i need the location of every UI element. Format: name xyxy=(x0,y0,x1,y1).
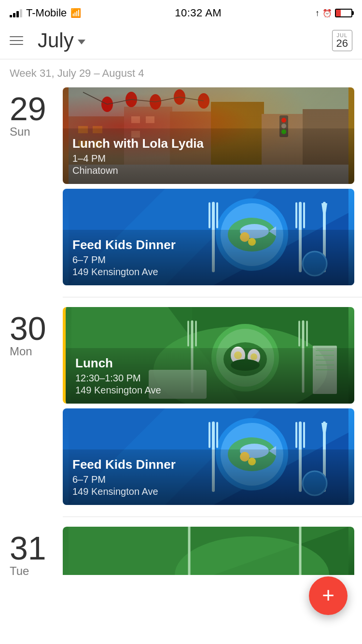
day-name-30: Mon xyxy=(10,345,32,358)
event-location-lunch-lola: Chinatown xyxy=(72,165,345,176)
day-number-col-31: 31 Tue xyxy=(0,525,63,578)
svg-rect-94 xyxy=(69,527,189,575)
event-time-feed-kids-mon: 6–7 PM xyxy=(72,474,345,485)
event-location-feed-kids-mon: 149 Kensington Ave xyxy=(72,486,345,497)
signal-bars xyxy=(10,9,22,17)
dropdown-arrow-icon xyxy=(78,40,85,44)
header-left: July xyxy=(10,29,85,52)
event-time-lunch-lola: 1–4 PM xyxy=(72,153,345,164)
status-left: T-Mobile 📶 xyxy=(10,7,81,19)
hamburger-line-2 xyxy=(10,40,23,41)
event-overlay-lunch-lola: Lunch with Lola Lydia 1–4 PM Chinatown xyxy=(63,128,354,184)
event-time-lunch-mon: 12:30–1:30 PM xyxy=(75,373,345,384)
day-name-31: Tue xyxy=(10,564,29,578)
day-number-col-30: 30 Mon xyxy=(0,305,63,505)
events-col-30: Lunch 12:30–1:30 PM 149 Kensington Ave xyxy=(63,305,362,505)
calendar-icon-day-label: 26 xyxy=(336,38,348,49)
event-card-feed-kids-mon[interactable]: Feed Kids Dinner 6–7 PM 149 Kensington A… xyxy=(63,408,354,505)
svg-point-15 xyxy=(125,92,137,107)
events-col-31 xyxy=(63,525,362,578)
status-right: ↑ ⏰ xyxy=(315,8,352,18)
time-display: 10:32 AM xyxy=(175,7,222,19)
svg-line-20 xyxy=(107,99,131,104)
svg-point-16 xyxy=(150,94,161,110)
event-card-lunch-mon[interactable]: Lunch 12:30–1:30 PM 149 Kensington Ave xyxy=(63,307,354,404)
month-selector[interactable]: July xyxy=(38,29,85,52)
day-number-29: 29 xyxy=(10,92,46,125)
week-label: Week 31, July 29 – August 4 xyxy=(0,59,362,85)
svg-marker-47 xyxy=(321,203,327,223)
month-label: July xyxy=(38,29,74,52)
svg-rect-12 xyxy=(146,116,154,123)
wifi-icon: 📶 xyxy=(70,8,81,18)
tue-partial-svg xyxy=(63,527,354,575)
day-name-29: Sun xyxy=(10,125,30,139)
app-header: July JUL 26 xyxy=(0,24,362,59)
svg-line-21 xyxy=(131,99,155,102)
carrier-label: T-Mobile xyxy=(26,7,67,19)
event-card-tue-partial[interactable] xyxy=(63,527,354,575)
location-arrow-icon: ↑ xyxy=(315,8,320,18)
hamburger-line-1 xyxy=(10,36,23,37)
svg-point-18 xyxy=(198,93,209,109)
day-section-29: 29 Sun xyxy=(0,85,362,297)
tue-background-partial xyxy=(63,527,354,575)
svg-line-22 xyxy=(155,97,180,102)
event-overlay-feed-kids-sun: Feed Kids Dinner 6–7 PM 149 Kensington A… xyxy=(63,230,354,285)
day-number-col-29: 29 Sun xyxy=(0,85,63,285)
svg-point-17 xyxy=(174,89,185,105)
event-time-feed-kids-sun: 6–7 PM xyxy=(72,254,345,266)
svg-line-19 xyxy=(83,92,107,104)
event-card-lunch-lola[interactable]: Lunch with Lola Lydia 1–4 PM Chinatown xyxy=(63,87,354,184)
svg-rect-11 xyxy=(131,116,140,123)
event-location-lunch-mon: 149 Kensington Ave xyxy=(75,385,345,396)
svg-point-26 xyxy=(281,118,286,123)
event-card-feed-kids-sun[interactable]: Feed Kids Dinner 6–7 PM 149 Kensington A… xyxy=(63,189,354,285)
menu-button[interactable] xyxy=(10,36,23,45)
battery-fill xyxy=(336,10,341,16)
event-location-feed-kids-sun: 149 Kensington Ave xyxy=(72,266,345,278)
event-overlay-feed-kids-mon: Feed Kids Dinner 6–7 PM 149 Kensington A… xyxy=(63,449,354,505)
alarm-icon: ⏰ xyxy=(322,9,332,18)
svg-line-23 xyxy=(180,97,204,101)
status-bar: T-Mobile 📶 10:32 AM ↑ ⏰ xyxy=(0,0,362,24)
svg-point-27 xyxy=(281,124,286,128)
hamburger-line-3 xyxy=(10,44,23,45)
day-number-31: 31 xyxy=(10,532,46,564)
day-section-30: 30 Mon xyxy=(0,297,362,517)
svg-marker-91 xyxy=(321,423,327,442)
events-col-29: Lunch with Lola Lydia 1–4 PM Chinatown xyxy=(63,85,362,285)
fab-plus-icon: + xyxy=(322,585,334,606)
battery-indicator xyxy=(335,9,352,17)
event-title-feed-kids-sun: Feed Kids Dinner xyxy=(72,238,345,252)
today-button[interactable]: JUL 26 xyxy=(332,30,352,51)
event-overlay-lunch-mon: Lunch 12:30–1:30 PM 149 Kensington Ave xyxy=(66,348,354,404)
day-section-31: 31 Tue xyxy=(0,517,362,578)
event-title-feed-kids-mon: Feed Kids Dinner xyxy=(72,457,345,472)
day-number-30: 30 xyxy=(10,312,46,345)
event-title-lunch-lola: Lunch with Lola Lydia xyxy=(72,136,345,151)
event-title-lunch-mon: Lunch xyxy=(75,356,345,371)
svg-point-14 xyxy=(101,97,113,112)
add-event-button[interactable]: + xyxy=(309,576,348,615)
